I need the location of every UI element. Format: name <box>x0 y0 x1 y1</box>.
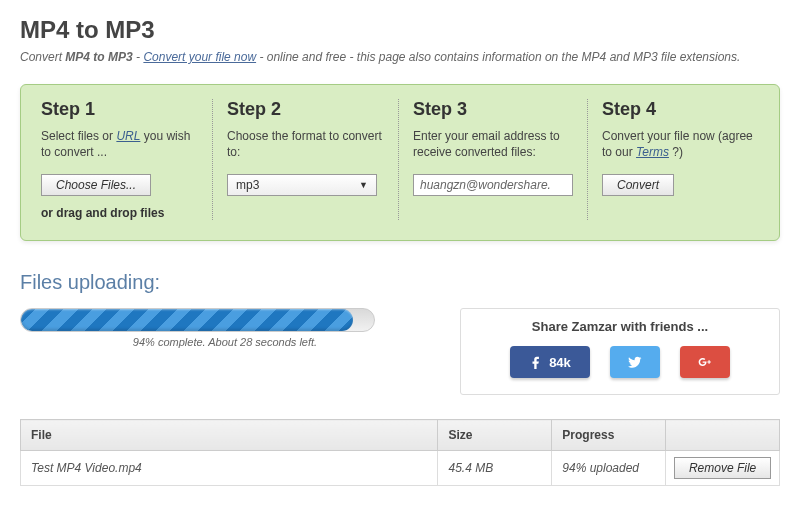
email-input[interactable] <box>413 174 573 196</box>
remove-file-button[interactable]: Remove File <box>674 457 771 479</box>
convert-now-link[interactable]: Convert your file now <box>143 50 256 64</box>
share-title: Share Zamzar with friends ... <box>481 319 759 334</box>
steps-box: Step 1 Select files or URL you wish to c… <box>20 84 780 241</box>
progress-column: 94% complete. About 28 seconds left. <box>20 308 430 348</box>
step-1-title: Step 1 <box>41 99 198 120</box>
twitter-icon <box>628 355 642 369</box>
facebook-count: 84k <box>549 355 571 370</box>
step-1-desc-a: Select files or <box>41 129 116 143</box>
share-twitter-button[interactable] <box>610 346 660 378</box>
step-4: Step 4 Convert your file now (agree to o… <box>588 99 773 220</box>
files-table: File Size Progress Test MP4 Video.mp4 45… <box>20 419 780 486</box>
step-1: Step 1 Select files or URL you wish to c… <box>27 99 213 220</box>
share-buttons: 84k <box>481 346 759 378</box>
sub-sep: - <box>133 50 144 64</box>
share-facebook-button[interactable]: 84k <box>510 346 590 378</box>
th-file: File <box>21 420 438 451</box>
share-box: Share Zamzar with friends ... 84k <box>460 308 780 395</box>
table-row: Test MP4 Video.mp4 45.4 MB 94% uploaded … <box>21 451 780 486</box>
step-2-desc: Choose the format to convert to: <box>227 128 384 160</box>
progress-text: 94% complete. About 28 seconds left. <box>20 336 430 348</box>
th-size: Size <box>438 420 552 451</box>
table-header-row: File Size Progress <box>21 420 780 451</box>
chevron-down-icon: ▼ <box>359 180 368 190</box>
page-title: MP4 to MP3 <box>20 16 780 44</box>
url-link[interactable]: URL <box>116 129 140 143</box>
step-3-desc: Enter your email address to receive conv… <box>413 128 573 160</box>
progress-bar <box>20 308 375 332</box>
cell-action: Remove File <box>666 451 780 486</box>
step-4-desc: Convert your file now (agree to our Term… <box>602 128 759 160</box>
format-value: mp3 <box>236 178 259 192</box>
step-3: Step 3 Enter your email address to recei… <box>399 99 588 220</box>
th-action <box>666 420 780 451</box>
cell-size: 45.4 MB <box>438 451 552 486</box>
step-4-title: Step 4 <box>602 99 759 120</box>
step-2-title: Step 2 <box>227 99 384 120</box>
step-2: Step 2 Choose the format to convert to: … <box>213 99 399 220</box>
uploading-title: Files uploading: <box>20 271 780 294</box>
googleplus-icon <box>698 355 712 369</box>
terms-link[interactable]: Terms <box>636 145 669 159</box>
convert-button[interactable]: Convert <box>602 174 674 196</box>
cell-file: Test MP4 Video.mp4 <box>21 451 438 486</box>
sub-prefix: Convert <box>20 50 65 64</box>
format-select[interactable]: mp3 ▼ <box>227 174 377 196</box>
step-4-desc-b: ?) <box>669 145 683 159</box>
drag-drop-label: or drag and drop files <box>41 206 198 220</box>
step-3-title: Step 3 <box>413 99 573 120</box>
page-subtitle: Convert MP4 to MP3 - Convert your file n… <box>20 50 780 64</box>
share-googleplus-button[interactable] <box>680 346 730 378</box>
choose-files-button[interactable]: Choose Files... <box>41 174 151 196</box>
facebook-icon <box>529 355 543 369</box>
th-progress: Progress <box>552 420 666 451</box>
progress-bar-fill <box>21 309 353 331</box>
sub-suffix: - online and free - this page also conta… <box>256 50 740 64</box>
upload-row: 94% complete. About 28 seconds left. Sha… <box>20 308 780 395</box>
step-1-desc: Select files or URL you wish to convert … <box>41 128 198 160</box>
cell-progress: 94% uploaded <box>552 451 666 486</box>
sub-bold: MP4 to MP3 <box>65 50 132 64</box>
